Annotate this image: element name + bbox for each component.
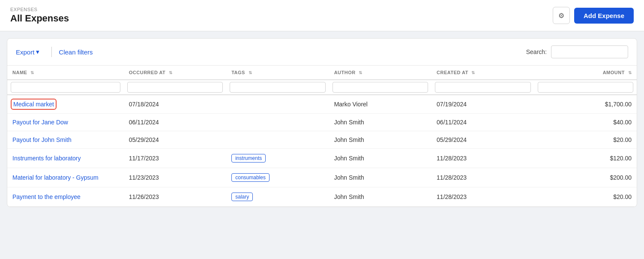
page-title: All Expenses <box>10 13 69 24</box>
cell-created-at: 11/28/2023 <box>431 187 534 207</box>
table-row: Payout for John Smith05/29/2024John Smit… <box>7 131 637 149</box>
tag-badge: consumables <box>231 173 270 182</box>
page-header: EXPENSES All Expenses ⚙ Add Expense <box>0 0 644 31</box>
filter-occurred-input[interactable] <box>127 82 223 93</box>
cell-author: Marko Viorel <box>329 95 431 114</box>
table-row: Instruments for laboratory11/17/2023inst… <box>7 149 637 168</box>
filter-name-cell <box>7 80 124 95</box>
cell-amount: $20.00 <box>534 187 637 207</box>
cell-author: John Smith <box>329 168 431 187</box>
cell-created-at: 11/28/2023 <box>431 149 534 168</box>
cell-occurred-at: 05/29/2024 <box>124 131 226 149</box>
cell-created-at: 06/11/2024 <box>431 114 534 131</box>
column-headers-row: NAME ⇅ OCCURRED AT ⇅ TAGS ⇅ AUTHOR ⇅ CRE… <box>7 66 637 80</box>
filter-tags-cell <box>226 80 329 95</box>
cell-name: Medical market <box>7 95 124 114</box>
cell-tags <box>226 114 329 131</box>
clean-filters-button[interactable]: Clean filters <box>59 46 93 58</box>
table-row: Payout for Jane Dow06/11/2024John Smith0… <box>7 114 637 131</box>
cell-tags: consumables <box>226 168 329 187</box>
chevron-down-icon: ▾ <box>36 48 39 56</box>
tag-badge: instruments <box>231 154 266 163</box>
col-tags[interactable]: TAGS ⇅ <box>226 66 329 80</box>
content-area: Export ▾ Clean filters Search: NAME ⇅ OC… <box>7 38 637 207</box>
filter-created-input[interactable] <box>435 82 530 93</box>
cell-created-at: 11/28/2023 <box>431 168 534 187</box>
cell-name: Instruments for laboratory <box>7 149 124 168</box>
cell-amount: $120.00 <box>534 149 637 168</box>
col-name[interactable]: NAME ⇅ <box>7 66 124 80</box>
filter-author-input[interactable] <box>332 82 428 93</box>
filter-author-cell <box>329 80 431 95</box>
table-row: Medical market07/18/2024Marko Viorel07/1… <box>7 95 637 114</box>
expense-link[interactable]: Instruments for laboratory <box>12 155 81 162</box>
cell-author: John Smith <box>329 131 431 149</box>
sort-icon-tags: ⇅ <box>249 70 252 75</box>
col-amount[interactable]: AMOUNT ⇅ <box>534 66 637 80</box>
filter-amount-input[interactable] <box>538 82 633 93</box>
tag-badge: salary <box>231 193 253 201</box>
cell-occurred-at: 11/23/2023 <box>124 168 226 187</box>
cell-occurred-at: 11/17/2023 <box>124 149 226 168</box>
sort-icon-occurred: ⇅ <box>169 70 173 75</box>
expense-link[interactable]: Payout for John Smith <box>12 136 72 143</box>
sort-icon-author: ⇅ <box>359 70 362 75</box>
cell-amount: $1,700.00 <box>534 95 637 114</box>
cell-created-at: 07/19/2024 <box>431 95 534 114</box>
add-expense-button[interactable]: Add Expense <box>574 8 634 24</box>
cell-amount: $40.00 <box>534 114 637 131</box>
filter-name-input[interactable] <box>11 82 120 93</box>
table-row: Payment to the employee11/26/2023salaryJ… <box>7 187 637 207</box>
col-occurred-at[interactable]: OCCURRED AT ⇅ <box>124 66 226 80</box>
cell-created-at: 05/29/2024 <box>431 131 534 149</box>
toolbar-divider <box>51 47 52 57</box>
header-actions: ⚙ Add Expense <box>553 7 634 24</box>
filter-amount-cell <box>534 80 637 95</box>
filter-row <box>7 80 637 95</box>
filter-tags-input[interactable] <box>230 82 325 93</box>
cell-occurred-at: 11/26/2023 <box>124 187 226 207</box>
cell-tags <box>226 131 329 149</box>
expense-link[interactable]: Medical market <box>12 100 55 108</box>
expenses-table: NAME ⇅ OCCURRED AT ⇅ TAGS ⇅ AUTHOR ⇅ CRE… <box>7 66 637 207</box>
expense-link[interactable]: Material for laboratory - Gypsum <box>12 174 99 181</box>
cell-occurred-at: 07/18/2024 <box>124 95 226 114</box>
cell-author: John Smith <box>329 114 431 131</box>
gear-icon: ⚙ <box>558 12 564 20</box>
toolbar: Export ▾ Clean filters Search: <box>7 39 637 66</box>
settings-button[interactable]: ⚙ <box>553 7 570 24</box>
search-label: Search: <box>526 48 547 55</box>
header-left: EXPENSES All Expenses <box>10 7 69 24</box>
filter-created-cell <box>431 80 534 95</box>
cell-name: Payout for Jane Dow <box>7 114 124 131</box>
col-created-at[interactable]: CREATED AT ⇅ <box>431 66 534 80</box>
sort-icon-name: ⇅ <box>30 70 34 75</box>
export-button[interactable]: Export ▾ <box>16 45 45 58</box>
export-label: Export <box>16 48 34 56</box>
sort-icon-amount: ⇅ <box>628 70 632 75</box>
cell-author: John Smith <box>329 149 431 168</box>
cell-amount: $20.00 <box>534 131 637 149</box>
cell-name: Material for laboratory - Gypsum <box>7 168 124 187</box>
page-label: EXPENSES <box>10 7 69 12</box>
cell-name: Payout for John Smith <box>7 131 124 149</box>
filter-occurred-cell <box>124 80 226 95</box>
toolbar-left: Export ▾ Clean filters <box>16 45 93 58</box>
sort-icon-created: ⇅ <box>471 70 475 75</box>
cell-amount: $200.00 <box>534 168 637 187</box>
cell-tags: salary <box>226 187 329 207</box>
cell-tags <box>226 95 329 114</box>
cell-occurred-at: 06/11/2024 <box>124 114 226 131</box>
cell-tags: instruments <box>226 149 329 168</box>
expense-link[interactable]: Payment to the employee <box>12 193 81 200</box>
expense-link[interactable]: Payout for Jane Dow <box>12 119 68 126</box>
table-row: Material for laboratory - Gypsum11/23/20… <box>7 168 637 187</box>
search-input[interactable] <box>551 45 628 58</box>
table-header: NAME ⇅ OCCURRED AT ⇅ TAGS ⇅ AUTHOR ⇅ CRE… <box>7 66 637 95</box>
cell-name: Payment to the employee <box>7 187 124 207</box>
cell-author: John Smith <box>329 187 431 207</box>
toolbar-right: Search: <box>526 45 628 58</box>
col-author[interactable]: AUTHOR ⇅ <box>329 66 431 80</box>
table-body: Medical market07/18/2024Marko Viorel07/1… <box>7 95 637 207</box>
